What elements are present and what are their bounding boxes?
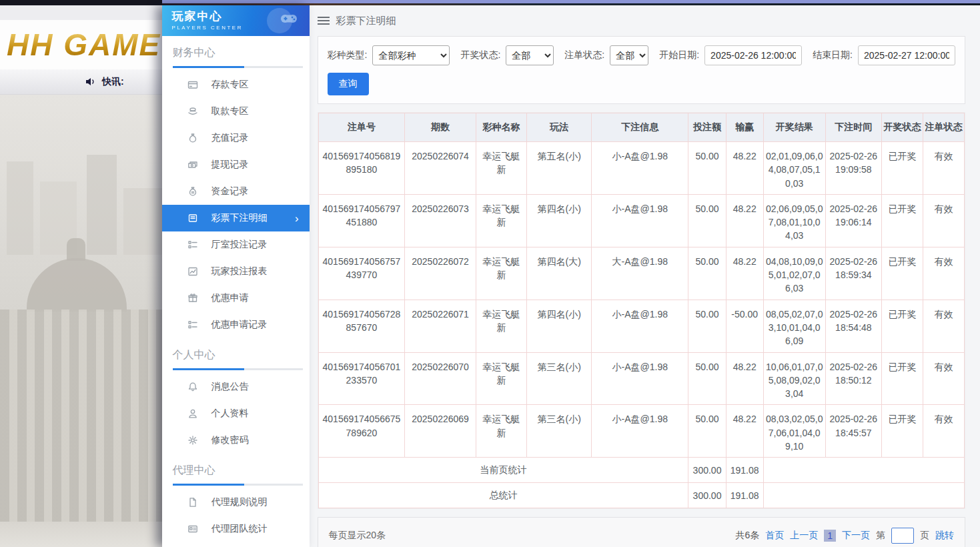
table-row: 40156917405670123357020250226070幸运飞艇新第三名…	[318, 352, 964, 405]
column-header: 输赢	[726, 113, 763, 142]
sidebar-item-label: 资金记录	[211, 185, 249, 197]
sidebar-item-cashout-record[interactable]: 提现记录›	[162, 151, 310, 178]
table-cell: 2025-02-26 19:09:58	[825, 142, 881, 195]
prev-page-link[interactable]: 上一页	[790, 530, 818, 542]
pagination-bar: 每页显示20条 共6条 首页 上一页 1 下一页 第 页 跳转	[318, 517, 965, 547]
sidebar-item-label: 消息公告	[211, 381, 249, 393]
sidebar-item-label: 取款专区	[211, 105, 249, 117]
draw-status-select[interactable]: 全部	[506, 45, 554, 65]
stats-winloss-total: 191.08	[726, 483, 763, 508]
table-cell: 50.00	[688, 405, 726, 458]
sidebar-item-change-password[interactable]: 修改密码›	[162, 427, 310, 454]
page-jump-input[interactable]	[891, 528, 914, 544]
total-count-text: 共6条	[735, 530, 759, 542]
table-cell: 2025-02-26 18:54:48	[825, 300, 881, 352]
draw-status-label: 开奖状态:	[460, 49, 500, 61]
page: HH GAME 快讯: 玩家中心 PLAYERS CENTER	[0, 0, 980, 547]
sidebar-item-hall-bet-record[interactable]: 厅室投注记录›	[162, 231, 310, 258]
sidebar-item-message-notice[interactable]: 消息公告›	[162, 374, 310, 400]
table-cell: 有效	[923, 405, 964, 458]
sidebar-item-lottery-bet-detail[interactable]: 彩票下注明细›	[162, 205, 310, 231]
table-cell: 50.00	[688, 142, 726, 195]
sidebar-item-agent-team-stats[interactable]: 代理团队统计›	[162, 516, 310, 542]
table-cell: 50.00	[688, 300, 726, 352]
column-header: 开奖结果	[763, 113, 825, 142]
table-row: 40156917405679745188020250226073幸运飞艇新第四名…	[318, 194, 964, 247]
column-header: 玩法	[527, 113, 592, 142]
table-cell: 401569174056819895180	[318, 142, 405, 195]
order-status-select[interactable]: 全部	[610, 45, 648, 65]
table-cell: 小-A盘@1.98	[592, 194, 688, 247]
recharge-record-icon	[187, 133, 198, 143]
site-gray-band	[0, 5, 162, 20]
speaker-icon	[85, 77, 97, 87]
table-cell: 50.00	[688, 194, 726, 247]
news-ticker-bar: 快讯:	[0, 69, 162, 95]
table-cell: 有效	[923, 300, 964, 352]
table-cell: 02,01,09,06,04,08,07,05,10,03	[763, 142, 825, 195]
table-cell: 20250226069	[405, 405, 476, 458]
table-cell: 有效	[923, 247, 964, 300]
table-cell: 401569174056675789620	[318, 405, 405, 458]
table-cell: 第三名(小)	[527, 405, 592, 458]
table-cell: 小-A盘@1.98	[592, 352, 688, 405]
table-cell: 第四名(大)	[527, 247, 592, 300]
first-page-link[interactable]: 首页	[765, 530, 784, 542]
table-cell: 幸运飞艇新	[476, 194, 527, 247]
table-cell: 2025-02-26 19:06:14	[825, 194, 881, 247]
hamburger-menu-icon[interactable]	[318, 16, 330, 25]
table-cell: 04,08,10,09,05,01,02,07,06,03	[763, 247, 825, 300]
jump-button[interactable]: 跳转	[935, 530, 954, 542]
sidebar-item-promo-apply[interactable]: 优惠申请›	[162, 285, 310, 312]
sidebar-item-label: 代理团队统计	[211, 523, 268, 535]
sidebar-item-player-bet-report[interactable]: 玩家投注报表›	[162, 258, 310, 285]
sidebar-nav: 财务中心存款专区›取款专区›充值记录›提现记录›资金记录›彩票下注明细›厅室投注…	[162, 36, 310, 542]
sidebar-item-withdraw-zone[interactable]: 取款专区›	[162, 98, 310, 125]
sidebar-item-recharge-record[interactable]: 充值记录›	[162, 125, 310, 151]
column-header: 投注额	[688, 113, 726, 142]
sidebar-section-title: 个人中心	[162, 338, 310, 368]
table-cell: 已开奖	[881, 142, 923, 195]
funds-record-icon	[187, 186, 198, 197]
sidebar-item-funds-record[interactable]: 资金记录›	[162, 178, 310, 205]
sidebar-item-agent-rules[interactable]: 代理规则说明›	[162, 489, 310, 516]
player-bet-report-icon	[187, 266, 198, 277]
table-cell: 幸运飞艇新	[476, 352, 527, 405]
agent-team-stats-icon	[187, 524, 198, 534]
gamepad-icon	[280, 12, 298, 28]
page-size-text: 每页显示20条	[329, 530, 386, 542]
sidebar-item-promo-apply-record[interactable]: 优惠申请记录›	[162, 312, 310, 338]
sidebar-section-title: 财务中心	[162, 36, 310, 66]
search-button[interactable]: 查询	[328, 73, 369, 95]
section-underline	[173, 368, 303, 370]
table-cell: 20250226074	[405, 142, 476, 195]
table-cell: 50.00	[688, 352, 726, 405]
start-date-input[interactable]	[704, 45, 802, 65]
start-date-label: 开始日期:	[659, 49, 699, 61]
site-logo: HH GAME	[7, 27, 161, 63]
sidebar-item-label: 彩票下注明细	[211, 212, 268, 224]
grand-total-stats-row: 总统计 300.00 191.08	[318, 483, 964, 508]
section-underline	[173, 66, 303, 68]
table-cell: 48.22	[726, 142, 763, 195]
column-header: 下注时间	[825, 113, 881, 142]
next-page-link[interactable]: 下一页	[842, 530, 870, 542]
table-cell: 有效	[923, 352, 964, 405]
lottery-bet-detail-icon	[187, 213, 198, 223]
table-row: 40156917405672885767020250226071幸运飞艇新第四名…	[318, 300, 964, 352]
sidebar-item-deposit-zone[interactable]: 存款专区›	[162, 71, 310, 98]
table-cell: 有效	[923, 142, 964, 195]
page-title: 彩票下注明细	[336, 15, 396, 27]
end-date-input[interactable]	[858, 45, 955, 65]
sidebar-item-personal-info[interactable]: 个人资料›	[162, 400, 310, 427]
table-cell: 大-A盘@1.98	[592, 247, 688, 300]
table-cell: 08,05,02,07,03,10,01,04,06,09	[763, 300, 825, 352]
table-cell: -50.00	[726, 300, 763, 352]
column-header: 彩种名称	[476, 113, 527, 142]
table-cell: 已开奖	[881, 247, 923, 300]
sidebar-item-label: 充值记录	[211, 132, 249, 144]
bet-table: 注单号期数彩种名称玩法下注信息投注额输赢开奖结果下注时间开奖状态注单状态 401…	[318, 113, 965, 508]
lottery-type-select[interactable]: 全部彩种	[372, 45, 450, 65]
table-row: 40156917405667578962020250226069幸运飞艇新第三名…	[318, 405, 964, 458]
sidebar-item-label: 存款专区	[211, 79, 249, 91]
